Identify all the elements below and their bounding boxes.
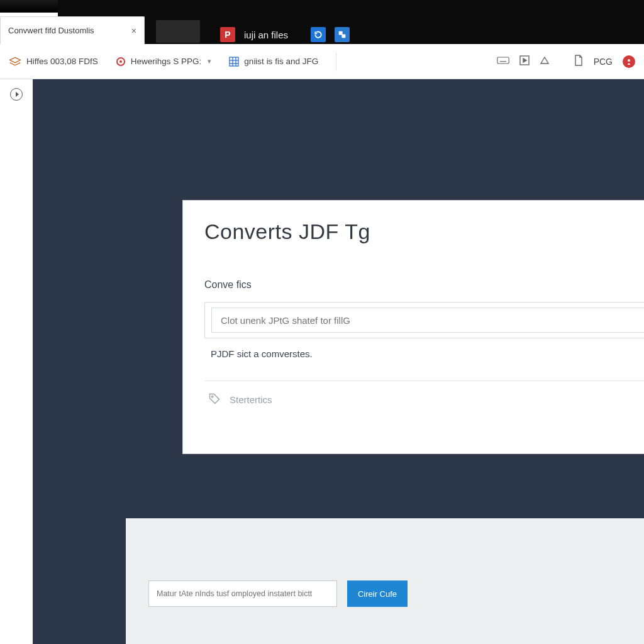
close-icon[interactable]: × <box>131 26 136 36</box>
tab-row: Convwert fifd Dustomlis × P iuji an file… <box>0 13 644 44</box>
left-gutter <box>0 79 33 644</box>
play-box-icon[interactable] <box>519 55 530 68</box>
page-icon[interactable] <box>574 55 584 69</box>
titlebar-label: iuji an files <box>244 30 288 40</box>
app-translate-icon[interactable] <box>335 27 350 42</box>
grid-icon <box>229 57 239 67</box>
toolbar-item-headers[interactable]: Hewerihgs S PPG: ▾ <box>116 57 212 67</box>
alert-badge-icon[interactable] <box>623 55 635 68</box>
card-settings-row[interactable]: Stertertics <box>204 392 638 407</box>
svg-point-16 <box>628 59 630 62</box>
target-icon <box>116 57 126 67</box>
toolbar-item-label: Hewerihgs S PPG: <box>131 57 202 66</box>
convert-card: Converts JDF Tg Conve fics PJDF sict a c… <box>182 200 644 454</box>
toolbar-item-files[interactable]: Hiffes 003,08 FDfS <box>9 56 98 67</box>
toolbar-right-group: PCG <box>497 55 635 69</box>
bottom-text-input[interactable] <box>148 580 337 607</box>
triangle-icon[interactable] <box>540 55 550 68</box>
card-heading: Converts JDF Tg <box>204 219 638 244</box>
svg-rect-4 <box>230 57 238 66</box>
chevron-down-icon: ▾ <box>208 57 211 65</box>
toolbar-separator <box>336 52 336 71</box>
file-input[interactable] <box>211 308 644 333</box>
app-p-icon[interactable]: P <box>220 27 235 42</box>
toolbar-item-grid[interactable]: gniist is fis and JFG <box>229 57 318 67</box>
svg-rect-1 <box>341 34 345 38</box>
toolbar-item-label: Hiffes 003,08 FDfS <box>26 57 98 66</box>
keyboard-icon[interactable] <box>497 55 509 68</box>
toolbar-item-label: PCG <box>594 57 613 67</box>
toolbar: Hiffes 003,08 FDfS Hewerihgs S PPG: ▾ gn… <box>0 44 644 79</box>
svg-rect-9 <box>497 57 508 64</box>
play-circle-icon[interactable] <box>10 88 23 101</box>
svg-point-3 <box>119 60 122 63</box>
stack-icon <box>9 56 21 67</box>
file-field-wrap <box>204 302 644 338</box>
browser-tab-inactive[interactable] <box>156 20 200 43</box>
card-divider <box>204 380 644 381</box>
bottom-action-button[interactable]: Cireir Cufe <box>347 580 408 607</box>
card-section-label: Conve fics <box>204 279 638 291</box>
toolbar-item-label: gniist is fis and JFG <box>244 57 318 66</box>
card-settings-label: Stertertics <box>230 394 272 405</box>
card-hint: PJDF sict a comverstes. <box>204 348 638 359</box>
svg-point-17 <box>211 396 213 397</box>
tag-icon <box>208 392 221 407</box>
browser-tab-active[interactable]: Convwert fifd Dustomlis × <box>0 16 145 44</box>
app-refresh-icon[interactable] <box>311 27 326 42</box>
bottom-panel: Cireir Cufe <box>126 518 644 644</box>
tab-title: Convwert fifd Dustomlis <box>8 26 94 35</box>
